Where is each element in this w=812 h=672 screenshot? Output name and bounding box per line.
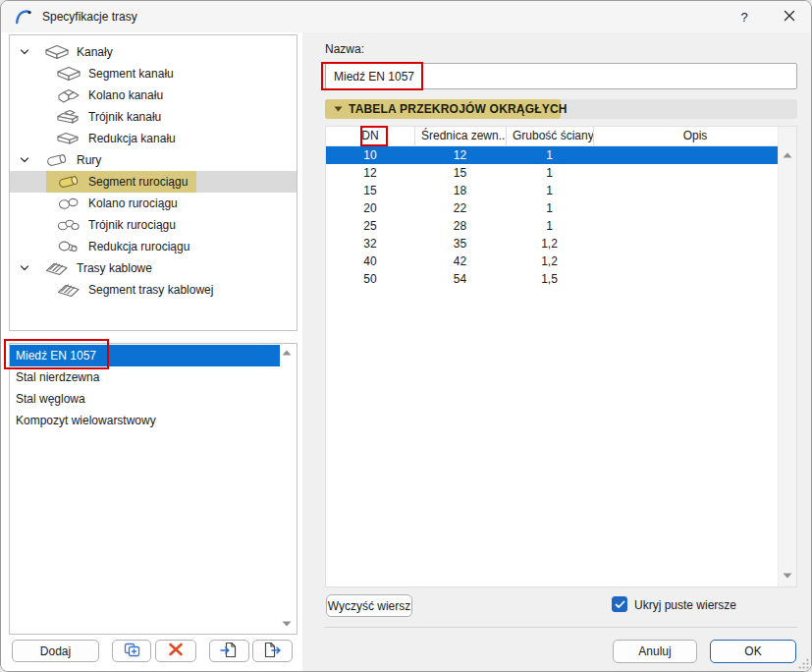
tree-item-inner: Kanały [34, 41, 122, 63]
tree-item[interactable]: Redukcja kanału [10, 128, 297, 149]
route-type-tree: KanałySegment kanałuKolano kanałuTrójnik… [9, 34, 298, 331]
list-item[interactable]: Miedź EN 1057 [10, 345, 280, 366]
ok-button[interactable]: OK [710, 640, 796, 663]
delete-button[interactable] [155, 640, 196, 662]
close-icon[interactable] [774, 1, 805, 32]
scroll-down-icon[interactable] [282, 621, 292, 627]
table-cell: 1 [506, 146, 593, 164]
table-cell [593, 252, 796, 270]
name-input[interactable] [325, 63, 797, 89]
resize-grip[interactable] [798, 658, 809, 669]
tree-item-inner: Trójnik kanału [46, 106, 170, 128]
section-title: TABELA PRZEKROJÓW OKRĄGŁYCH [349, 102, 568, 116]
tree-item-label: Redukcja rurociągu [88, 240, 189, 253]
chevron-down-icon[interactable] [20, 264, 29, 272]
scroll-up-icon[interactable] [282, 350, 292, 356]
clear-row-button[interactable]: Wyczyść wiersz [326, 594, 412, 617]
table-cell: 1,2 [506, 252, 593, 270]
table-row[interactable]: 40421,2 [326, 252, 796, 270]
help-button[interactable]: ? [730, 1, 759, 32]
tree-item[interactable]: Segment rurociągu [10, 171, 297, 193]
right-pane: Nazwa: TABELA PRZEKROJÓW OKRĄGŁYCH DNŚre… [302, 32, 812, 672]
scroll-up-icon[interactable] [783, 152, 792, 158]
pipe-segment-icon [56, 173, 81, 191]
app-logo-icon [14, 7, 33, 27]
column-header[interactable]: Opis [593, 127, 796, 145]
chevron-down-icon[interactable] [20, 156, 29, 164]
scroll-down-icon[interactable] [783, 573, 792, 579]
duplicate-button[interactable] [112, 640, 151, 662]
tree-item-label: Redukcja kanału [88, 132, 176, 145]
cancel-button[interactable]: Anuluj [613, 640, 697, 663]
table-cell: 50 [326, 270, 414, 288]
table-cell: 1 [506, 182, 593, 199]
checkmark-icon [615, 600, 625, 609]
tree-item-inner: Trójnik rurociągu [46, 214, 185, 236]
import-icon [220, 642, 239, 661]
table-cell [593, 270, 796, 288]
tree-item-inner: Redukcja kanału [46, 128, 185, 149]
duct-reducer-icon [56, 130, 81, 147]
export-button[interactable] [252, 640, 293, 662]
tree-item[interactable]: Trójnik rurociągu [10, 214, 297, 236]
tree-item-inner: Kolano kanału [46, 84, 172, 106]
section-collapse-icon[interactable] [334, 106, 343, 112]
close-x-icon [784, 10, 795, 25]
list-item[interactable]: Stal nierdzewna [10, 366, 280, 388]
tree-item[interactable]: Rury [10, 149, 297, 171]
material-list: Miedź EN 1057Stal nierdzewnaStal węglowa… [9, 343, 298, 635]
list-item[interactable]: Stal węglowa [10, 388, 280, 410]
hide-empty-rows-label: Ukryj puste wiersze [634, 598, 736, 612]
table-cell: 35 [414, 235, 506, 252]
column-header[interactable]: DN [326, 127, 414, 145]
table-row[interactable]: 32351,2 [326, 235, 796, 252]
table-cell: 42 [414, 252, 506, 270]
tree-item-label: Kanały [77, 45, 113, 59]
tree-item[interactable]: Kolano kanału [10, 84, 297, 106]
column-header[interactable]: Grubość ściany [506, 127, 593, 145]
section-header-circular-sections[interactable]: TABELA PRZEKROJÓW OKRĄGŁYCH [325, 99, 797, 119]
name-label: Nazwa: [325, 42, 364, 56]
table-cell: 12 [414, 146, 506, 164]
tree-item[interactable]: Kolano rurociągu [10, 193, 297, 214]
cable-tray-icon [56, 281, 81, 299]
table-cell [593, 199, 796, 217]
tree-item[interactable]: Segment kanału [10, 63, 297, 84]
duct-tee-icon [56, 108, 81, 126]
tree-item[interactable]: Trójnik kanału [10, 106, 297, 128]
tree-item[interactable]: Kanały [10, 41, 297, 63]
hide-empty-rows-checkbox[interactable] [612, 596, 627, 612]
window-title: Specyfikacje trasy [42, 10, 137, 24]
tree-item-label: Trójnik rurociągu [88, 218, 176, 232]
table-cell: 1,2 [506, 235, 593, 252]
titlebar: Specyfikacje trasy ? [1, 1, 811, 32]
table-row[interactable]: 50541,5 [326, 270, 796, 288]
list-item[interactable]: Kompozyt wielowarstwowy [10, 410, 280, 431]
specyfikacje-trasy-dialog: Specyfikacje trasy ? KanałySegment kanał… [0, 0, 812, 672]
tree-item[interactable]: Redukcja rurociągu [10, 236, 297, 257]
duplicate-icon [123, 642, 141, 661]
tree-item-inner: Segment trasy kablowej [46, 279, 222, 301]
tree-item-label: Rury [77, 153, 101, 167]
table-scrollbar[interactable] [778, 127, 796, 587]
table-cell: 15 [326, 182, 414, 199]
chevron-down-icon[interactable] [20, 48, 29, 56]
table-row[interactable]: 12151 [326, 164, 796, 182]
table-cell: 32 [326, 235, 414, 252]
tree-item[interactable]: Trasy kablowe [10, 257, 297, 279]
table-row[interactable]: 25281 [326, 217, 796, 235]
table-row[interactable]: 20221 [326, 199, 796, 217]
add-button[interactable]: Dodaj [12, 640, 99, 662]
table-cell: 15 [414, 164, 506, 182]
tree-item[interactable]: Segment trasy kablowej [10, 279, 297, 301]
table-row[interactable]: 10121 [326, 146, 796, 164]
tree-item-label: Trasy kablowe [77, 261, 152, 275]
delete-x-icon [168, 643, 184, 659]
import-button[interactable] [209, 640, 249, 662]
table-row[interactable]: 15181 [326, 182, 796, 199]
column-header[interactable]: Średnica zewn... [414, 127, 506, 145]
export-icon [263, 642, 282, 661]
table-cell: 20 [326, 199, 414, 217]
tree-item-inner: Trasy kablowe [34, 257, 161, 279]
duct-segment-icon [56, 65, 81, 83]
